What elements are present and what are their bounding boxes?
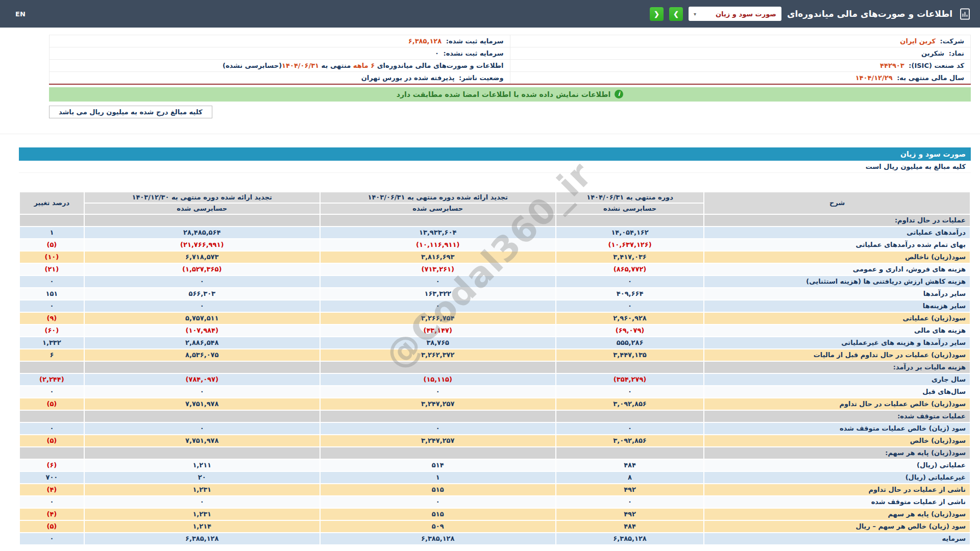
value-cell: ۰ [320, 496, 556, 508]
value-cell: ۶,۳۸۵,۱۲۸ [556, 533, 704, 545]
value-cell: ۲۰ [84, 471, 320, 484]
nav-back-button[interactable]: ❯ [669, 7, 683, 21]
value-cell [84, 361, 320, 373]
statement-row: سود(زیان) عملیاتی۲,۹۶۰,۹۲۸۳,۲۶۶,۷۵۴۵,۷۵۷… [19, 312, 970, 324]
statement-row: غیرعملیاتی (ریال)۸۱۲۰۷۰۰ [19, 471, 970, 484]
row-label: سود(زیان) ناخالص [704, 251, 970, 263]
statement-type-select[interactable]: صورت سود و زیان ▾ [689, 7, 781, 21]
change-percent-cell [19, 361, 84, 373]
change-percent-cell [19, 447, 84, 459]
statement-row: سایر درآمدها۴۰۹,۶۶۴۱۶۳,۳۲۲۵۶۶,۳۰۳۱۵۱ [19, 288, 970, 300]
statement-row: سال‌های قبل۰۰۰۰ [19, 386, 970, 398]
value-cell: ۱,۲۱۱ [84, 459, 320, 471]
value-cell: ۰ [556, 422, 704, 435]
row-label: هزینه کاهش ارزش دریافتنی ها (هزینه استثن… [704, 276, 970, 288]
info-cell-left: اطلاعات و صورت‌های مالی میاندوره‌ای ۶ ما… [50, 60, 510, 72]
language-toggle-en[interactable]: EN [15, 10, 26, 18]
row-label: سود(زیان) عملیات در حال تداوم قبل از مال… [704, 349, 970, 361]
statement-row: هزینه کاهش ارزش دریافتنی ها (هزینه استثن… [19, 276, 970, 288]
row-label: عملیاتی (ریال) [704, 459, 970, 471]
value-cell: (۲۱,۷۶۶,۹۹۱) [84, 239, 320, 251]
value-cell: ۰ [320, 386, 556, 398]
nav-forward-button[interactable]: ❮ [650, 7, 664, 21]
info-row: سال مالی منتهی به: ۱۴۰۴/۱۲/۲۹وضعیت ناشر:… [50, 72, 971, 84]
top-navbar: اطلاعات و صورت‌های مالی میاندوره‌ای صورت… [0, 0, 980, 28]
value-cell: ۰ [84, 422, 320, 435]
row-label: عملیات متوقف شده: [704, 410, 970, 422]
company-info-section: شرکت: کربن ایرانسرمایه ثبت شده: ۶,۳۸۵,۱۲… [49, 35, 971, 118]
info-cell-right: سال مالی منتهی به: ۱۴۰۴/۱۲/۲۹ [510, 72, 971, 84]
statement-row: هزینه های فروش، اداری و عمومی(۸۶۵,۷۷۲)(۷… [19, 263, 970, 276]
row-label: سود(زیان) عملیاتی [704, 312, 970, 324]
row-label: سود(زیان) خالص [704, 435, 970, 447]
value-cell [84, 214, 320, 227]
value-cell: ۴۸۴ [556, 459, 704, 471]
value-cell: ۰ [84, 300, 320, 312]
row-label: سود(زیان) پایه هر سهم: [704, 447, 970, 459]
statement-row: درآمدهای عملیاتی۱۴,۰۵۴,۱۶۲۱۳,۹۳۳,۶۰۴۲۸,۴… [19, 227, 970, 239]
info-cell-right: نماد: شکربن [510, 47, 971, 60]
info-icon: i [615, 90, 623, 98]
change-percent-cell: ۰ [19, 422, 84, 435]
info-cell-left: سرمایه ثبت شده: ۶,۳۸۵,۱۲۸ [50, 35, 510, 47]
value-cell [556, 214, 704, 227]
value-cell: ۷,۷۵۱,۹۷۸ [84, 435, 320, 447]
value-cell: ۰ [320, 300, 556, 312]
value-cell: ۰ [84, 496, 320, 508]
value-cell: (۶۹,۰۷۹) [556, 324, 704, 337]
row-label: سایر درآمدها [704, 288, 970, 300]
value-cell: ۴۹۲ [556, 484, 704, 496]
value-cell: (۱۰,۶۳۷,۱۲۶) [556, 239, 704, 251]
audit-status-annual: حسابرسی شده [84, 203, 320, 214]
statement-row: هزینه های مالی(۶۹,۰۷۹)(۴۳,۱۴۷)(۱۰۷,۹۸۴)(… [19, 324, 970, 337]
row-label: ناشی از عملیات در حال تداوم [704, 484, 970, 496]
value-cell: ۶,۷۱۸,۵۷۳ [84, 251, 320, 263]
page-title: اطلاعات و صورت‌های مالی میاندوره‌ای [787, 9, 952, 19]
chevron-down-icon: ▾ [694, 11, 696, 17]
value-cell: ۵۱۵ [320, 508, 556, 520]
value-cell: ۵۵۵,۲۸۶ [556, 337, 704, 349]
value-cell [320, 447, 556, 459]
value-cell: ۱,۲۱۴ [84, 520, 320, 533]
value-cell: ۶,۳۸۵,۱۲۸ [320, 533, 556, 545]
signed-match-banner: i اطلاعات نمایش داده شده با اطلاعات امضا… [49, 87, 971, 102]
value-cell: ۰ [556, 300, 704, 312]
value-cell: ۰ [556, 386, 704, 398]
value-cell: ۲,۹۶۰,۹۲۸ [556, 312, 704, 324]
row-label: بهای تمام شده درآمدهای عملیاتی [704, 239, 970, 251]
info-row: شرکت: کربن ایرانسرمایه ثبت شده: ۶,۳۸۵,۱۲… [50, 35, 971, 47]
value-cell: ۳,۰۹۲,۸۵۶ [556, 398, 704, 410]
statement-row: سود(زیان) پایه هر سهم۴۹۲۵۱۵۱,۲۳۱(۴) [19, 508, 970, 520]
statement-row: بهای تمام شده درآمدهای عملیاتی(۱۰,۶۳۷,۱۲… [19, 239, 970, 251]
value-cell: (۱۰,۱۱۶,۹۱۱) [320, 239, 556, 251]
change-percent-cell: ۰ [19, 276, 84, 288]
change-percent-cell: ۱ [19, 227, 84, 239]
change-percent-cell: (۵) [19, 520, 84, 533]
audit-status-current: حسابرسی نشده [556, 203, 704, 214]
value-cell: ۳,۰۹۲,۸۵۶ [556, 435, 704, 447]
row-label: درآمدهای عملیاتی [704, 227, 970, 239]
value-cell: (۷۱۳,۲۶۱) [320, 263, 556, 276]
statement-row: سود(زیان) خالص۳,۰۹۲,۸۵۶۳,۲۴۷,۲۵۷۷,۷۵۱,۹۷… [19, 435, 970, 447]
value-cell [556, 447, 704, 459]
row-label: سود (زیان) خالص هر سهم – ریال [704, 520, 970, 533]
value-cell: ۵,۷۵۷,۵۱۱ [84, 312, 320, 324]
value-cell: ۵۶۶,۳۰۳ [84, 288, 320, 300]
statement-table-header: شرح دوره منتهی به ۱۴۰۴/۰۶/۳۱ تجدید ارائه… [19, 192, 970, 214]
value-cell: (۱,۵۲۷,۳۶۵) [84, 263, 320, 276]
value-cell: ۳,۲۴۷,۲۵۷ [320, 435, 556, 447]
value-cell: ۰ [84, 276, 320, 288]
statement-title-bar: صورت سود و زیان [19, 147, 971, 161]
change-percent-cell: ۰ [19, 386, 84, 398]
statement-row: سود (زیان) خالص هر سهم – ریال۴۸۴۵۰۹۱,۲۱۴… [19, 520, 970, 533]
statement-type-selected-value: صورت سود و زیان [716, 10, 776, 18]
statement-row: سرمایه۶,۳۸۵,۱۲۸۶,۳۸۵,۱۲۸۶,۳۸۵,۱۲۸۰ [19, 533, 970, 545]
row-label: ناشی از عملیات متوقف شده [704, 496, 970, 508]
column-header-period-current: دوره منتهی به ۱۴۰۴/۰۶/۳۱ [556, 192, 704, 203]
change-percent-cell: (۹) [19, 312, 84, 324]
column-header-period-prior: تجدید ارائه شده دوره منتهی به ۱۴۰۳/۰۶/۳۱ [320, 192, 556, 203]
financial-statements-icon [958, 7, 972, 21]
value-cell: ۴۰۹,۶۶۴ [556, 288, 704, 300]
row-label: سرمایه [704, 533, 970, 545]
value-cell: ۳,۲۴۷,۲۵۷ [320, 398, 556, 410]
